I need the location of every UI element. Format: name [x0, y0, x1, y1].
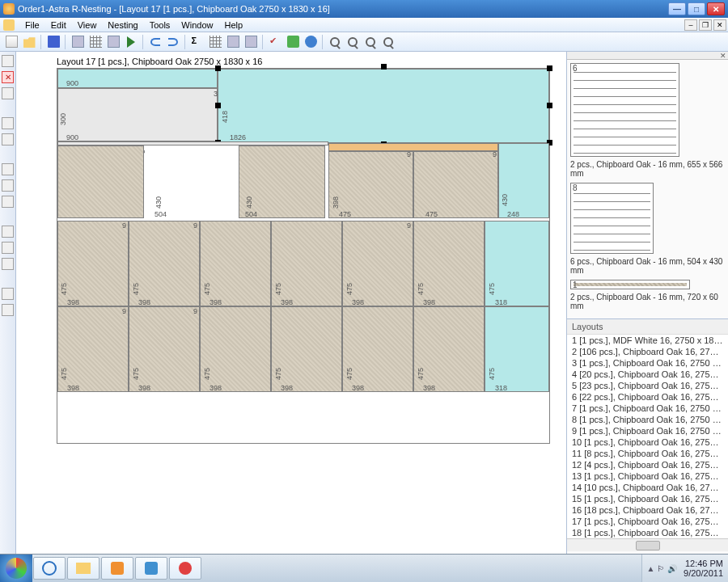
menu-tools[interactable]: Tools: [144, 19, 176, 32]
layout-list-item[interactable]: 1 [1 pcs.], MDF White 16, 2750 x 1830: [567, 335, 728, 346]
layout-list-item[interactable]: 14 [10 pcs.], Chipboard Oak 16, 2750 x 1…: [567, 482, 728, 493]
piece-orange-strip[interactable]: [328, 143, 498, 151]
layout-list-item[interactable]: 12 [4 pcs.], Chipboard Oak 16, 2750 x 18…: [567, 459, 728, 470]
dim-398: 398: [138, 384, 150, 392]
layout-list-item[interactable]: 16 [18 pcs.], Chipboard Oak 16, 2750 x 1…: [567, 504, 728, 516]
palette-delete-icon[interactable]: ✕: [2, 71, 14, 83]
tool-button-5[interactable]: [243, 34, 259, 50]
layout-list-item[interactable]: 18 [1 pcs.], Chipboard Oak 16, 2750 x 18…: [567, 527, 728, 538]
palette-pointer-icon[interactable]: [2, 55, 14, 67]
tool-button-4[interactable]: [225, 34, 241, 50]
settings-button[interactable]: [285, 34, 301, 50]
palette-tool-9[interactable]: [2, 226, 14, 238]
tray-icons[interactable]: ▲ 🏳 🔊: [647, 564, 677, 573]
tray-clock[interactable]: 12:46 PM 9/20/2011: [684, 559, 723, 578]
palette-tool-4[interactable]: [2, 117, 14, 129]
selection-handle[interactable]: [215, 65, 221, 71]
start-button[interactable]: [0, 555, 32, 583]
piece-hatch[interactable]: [413, 151, 498, 218]
palette-tool-3[interactable]: [2, 87, 14, 99]
piece-cyan-r1[interactable]: [498, 143, 549, 218]
report-button[interactable]: [207, 34, 223, 50]
close-button[interactable]: ✕: [707, 2, 725, 15]
horizontal-scrollbar[interactable]: [567, 538, 728, 551]
piece-cyan-top[interactable]: [57, 69, 218, 88]
menu-help[interactable]: Help: [218, 19, 248, 32]
palette-tool-13[interactable]: [2, 304, 14, 316]
save-button[interactable]: [45, 34, 61, 50]
piece-gray-1[interactable]: [57, 88, 218, 141]
zoom-tool-button[interactable]: [380, 34, 396, 50]
menu-nesting[interactable]: Nesting: [102, 19, 143, 32]
layout-list-item[interactable]: 5 [23 pcs.], Chipboard Oak 16, 2750 x 18…: [567, 380, 728, 391]
taskbar-media-icon[interactable]: [101, 557, 133, 580]
layouts-list[interactable]: 1 [1 pcs.], MDF White 16, 2750 x 18302 […: [567, 335, 728, 538]
tool-button-3[interactable]: [105, 34, 121, 50]
layout-list-item[interactable]: 8 [1 pcs.], Chipboard Oak 16, 2750 x 183…: [567, 414, 728, 425]
palette-tool-7[interactable]: [2, 179, 14, 192]
mdi-minimize-button[interactable]: –: [684, 19, 697, 31]
layout-list-item[interactable]: 2 [106 pcs.], Chipboard Oak 16, 2750 x 1…: [567, 346, 728, 357]
palette-tool-8[interactable]: [2, 196, 14, 208]
selection-handle[interactable]: [547, 65, 552, 71]
taskbar-ie-icon[interactable]: [33, 557, 66, 580]
layout-list-item[interactable]: 17 [1 pcs.], Chipboard Oak 16, 2750 x 18…: [567, 516, 728, 527]
dim-300: 300: [59, 113, 67, 125]
layout-list-item[interactable]: 6 [22 pcs.], Chipboard Oak 16, 2750 x 18…: [567, 391, 728, 403]
layout-list-item[interactable]: 9 [1 pcs.], Chipboard Oak 16, 2750 x 183…: [567, 425, 728, 436]
part-thumbnail-1[interactable]: 1: [570, 280, 690, 289]
sheet[interactable]: 900 3 300 900 418 1826 9 504: [57, 68, 550, 444]
menu-file[interactable]: File: [19, 19, 45, 32]
selection-handle[interactable]: [381, 64, 387, 70]
sigma-button[interactable]: Σ: [189, 34, 205, 50]
mdi-close-button[interactable]: ✕: [713, 19, 726, 31]
redo-button[interactable]: [165, 34, 181, 50]
palette-tool-6[interactable]: [2, 163, 14, 175]
layout-list-item[interactable]: 13 [1 pcs.], Chipboard Oak 16, 2750 x 18…: [567, 470, 728, 482]
palette-tool-10[interactable]: [2, 242, 14, 254]
menu-window[interactable]: Window: [176, 19, 218, 32]
piece-cyan-large[interactable]: [218, 69, 549, 143]
open-button[interactable]: [21, 34, 37, 50]
layout-list-item[interactable]: 4 [20 pcs.], Chipboard Oak 16, 2750 x 18…: [567, 369, 728, 380]
part-thumbnail-8[interactable]: 8: [570, 183, 654, 254]
maximize-button[interactable]: □: [688, 2, 705, 15]
piece-hatch[interactable]: [57, 146, 144, 218]
run-nesting-button[interactable]: [123, 34, 139, 50]
new-button[interactable]: [3, 34, 19, 50]
system-tray[interactable]: ▲ 🏳 🔊 12:46 PM 9/20/2011: [641, 555, 728, 582]
zoom-in-button[interactable]: [327, 34, 343, 50]
piece-hatch[interactable]: [328, 151, 413, 218]
palette-tool-11[interactable]: [2, 258, 14, 270]
part-thumbnail-6[interactable]: 6: [570, 63, 679, 157]
dim-504: 504: [154, 210, 167, 218]
menu-view[interactable]: View: [72, 19, 103, 32]
taskbar-app2-icon[interactable]: [169, 557, 201, 580]
zoom-fit-button[interactable]: [362, 34, 379, 50]
tool-button-1[interactable]: [70, 34, 86, 50]
minimize-button[interactable]: —: [668, 2, 686, 15]
dim-9: 9: [193, 221, 197, 230]
tool-button-2[interactable]: [87, 34, 104, 50]
layout-list-item[interactable]: 3 [1 pcs.], Chipboard Oak 16, 2750 x 183…: [567, 357, 728, 369]
palette-tool-12[interactable]: [2, 288, 14, 300]
selection-handle[interactable]: [547, 103, 552, 108]
undo-button[interactable]: [147, 34, 163, 50]
piece-hatch[interactable]: [57, 221, 129, 306]
globe-button[interactable]: [303, 34, 319, 50]
layout-list-item[interactable]: 15 [1 pcs.], Chipboard Oak 16, 2750 x 18…: [567, 493, 728, 504]
layout-list-item[interactable]: 7 [1 pcs.], Chipboard Oak 16, 2750 x 183…: [567, 403, 728, 414]
selection-handle[interactable]: [215, 103, 221, 108]
taskbar-explorer-icon[interactable]: [67, 557, 99, 580]
panel-close-icon[interactable]: ✕: [567, 52, 728, 60]
palette-tool-5[interactable]: [2, 133, 14, 146]
zoom-out-button[interactable]: [345, 34, 361, 50]
check-button[interactable]: ✔: [267, 34, 283, 50]
taskbar-app1-icon[interactable]: [135, 557, 167, 580]
menu-edit[interactable]: Edit: [45, 19, 72, 32]
layout-canvas[interactable]: Layout 17 [1 pcs.], Chipboard Oak 2750 x…: [16, 52, 566, 554]
layout-list-item[interactable]: 11 [8 pcs.], Chipboard Oak 16, 2750 x 18…: [567, 448, 728, 459]
layout-list-item[interactable]: 10 [1 pcs.], Chipboard Oak 16, 2750 x 18…: [567, 436, 728, 448]
mdi-restore-button[interactable]: ❐: [699, 19, 712, 31]
piece-hatch[interactable]: [57, 306, 129, 392]
